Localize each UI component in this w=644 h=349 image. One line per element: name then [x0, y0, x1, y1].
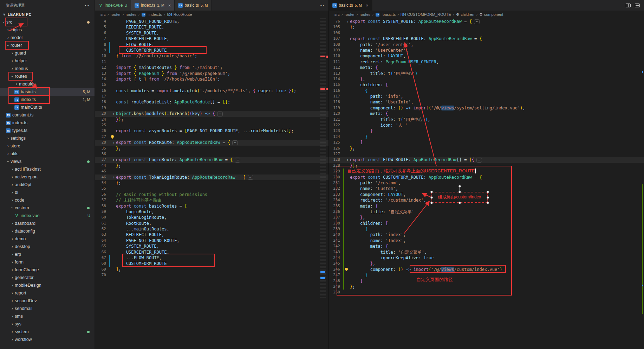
sidebar-item-basic.ts[interactable]: TSbasic.ts5, M — [0, 88, 95, 96]
line-number[interactable]: 69 — [95, 267, 106, 272]
code-line[interactable]: 116 { — [329, 88, 644, 94]
code-line[interactable]: 18const routeModuleList: AppRouteModule[… — [95, 99, 328, 105]
line-number[interactable]: 230 — [329, 174, 340, 180]
code-line[interactable]: 9 CUSTOMFORM_ROUTE — [95, 47, 328, 53]
code-line[interactable]: 115 children: [ — [329, 82, 644, 88]
breadcrumb-item-component[interactable]: ⚙component — [479, 12, 503, 17]
folded-code-ellipsis[interactable]: ⋯ — [232, 140, 238, 145]
line-number[interactable]: 28 — [95, 140, 106, 145]
sidebar-item-router[interactable]: ›router — [0, 42, 95, 49]
line-number[interactable]: 20 — [95, 111, 106, 116]
code-line[interactable]: 26export const asyncRoutes = [PAGE_NOT_F… — [95, 128, 328, 134]
code-line[interactable]: 67 ...FLOW_ROUTE, — [95, 255, 328, 261]
line-number[interactable]: 63 — [95, 232, 106, 237]
line-number[interactable]: 12 — [95, 65, 106, 70]
close-icon[interactable]: × — [366, 3, 369, 8]
breadcrumb-item-children[interactable]: ⚙children — [456, 12, 474, 17]
line-number[interactable]: 243 — [329, 249, 340, 255]
sidebar-item-dataconfig[interactable]: ›dataconfig — [0, 227, 95, 235]
line-number[interactable]: 113 — [329, 71, 340, 76]
sidebar-item-sms[interactable]: ›sms — [0, 312, 95, 320]
code-line[interactable]: 117 path: 'info', — [329, 94, 644, 99]
code-line[interactable]: 248 ] — [329, 278, 644, 284]
line-number[interactable]: 111 — [329, 59, 340, 65]
breadcrumb-item-src[interactable]: src — [334, 12, 340, 17]
code-line[interactable]: 46›export const TokenLoginRoute: AppRout… — [95, 174, 328, 180]
code-line[interactable]: 61 RootRoute, — [95, 221, 328, 226]
sidebar-item-index.ts[interactable]: TSindex.ts — [0, 119, 95, 127]
line-number[interactable]: 27 — [95, 134, 106, 140]
line-number[interactable]: 126 — [329, 146, 340, 151]
line-number[interactable]: 35 — [95, 146, 106, 151]
breadcrumb-item-routes[interactable]: routes — [359, 12, 370, 17]
line-number[interactable]: 235 — [329, 203, 340, 209]
code-line[interactable]: 68 CUSTOMFORM_ROUTE — [95, 261, 328, 266]
line-number[interactable]: 18 — [95, 99, 106, 105]
line-number[interactable]: 120 — [329, 111, 340, 116]
code-line[interactable]: 36 — [95, 151, 328, 157]
code-line[interactable]: 233 component: LAYOUT, — [329, 192, 644, 197]
line-number[interactable]: 56 — [95, 192, 106, 197]
tab-basic.ts[interactable]: TSbasic.ts5, M× — [329, 0, 372, 11]
fold-chevron-icon[interactable]: › — [112, 140, 115, 145]
sidebar-item-types.ts[interactable]: TStypes.ts — [0, 127, 95, 134]
code-line[interactable]: 108 path: '/user-center', — [329, 42, 644, 47]
code-line[interactable]: 228}]; — [329, 163, 644, 169]
code-line[interactable]: 7 USERCENTER_ROUTE, — [95, 36, 328, 42]
line-number[interactable]: 114 — [329, 76, 340, 82]
code-line[interactable]: 12import { mainOutRoutes } from './mainO… — [95, 65, 328, 70]
code-line[interactable]: 128›export const FLOW_ROUTE: AppRouteRec… — [329, 157, 644, 163]
code-line[interactable]: 244 ignoreKeepAlive: true — [329, 255, 644, 261]
sidebar-item-utils[interactable]: ›utils — [0, 150, 95, 158]
code-line[interactable]: 62 ...mainOutRoutes, — [95, 226, 328, 232]
line-number[interactable]: 123 — [329, 128, 340, 134]
sidebar-item-index.vue[interactable]: Vindex.vueU — [0, 212, 95, 220]
line-number[interactable]: 76 — [329, 19, 340, 24]
code-line[interactable]: 231 path: '/custom', — [329, 180, 644, 186]
code-line[interactable]: 126}; — [329, 146, 644, 151]
line-number[interactable]: 229 — [329, 169, 340, 174]
line-number[interactable]: 105 — [329, 24, 340, 30]
breadcrumb-item-index.ts[interactable]: TSindex.ts — [141, 12, 162, 17]
line-number[interactable]: 127 — [329, 151, 340, 157]
code-line[interactable]: 55 — [95, 186, 328, 191]
line-number[interactable]: 234 — [329, 197, 340, 203]
line-number[interactable]: 24 — [95, 117, 106, 122]
code-line[interactable]: 105}; — [329, 24, 644, 30]
code-line[interactable]: 237 }, — [329, 215, 644, 220]
line-number[interactable]: 60 — [95, 215, 106, 220]
line-number[interactable]: 46 — [95, 174, 106, 180]
line-number[interactable]: 121 — [329, 117, 340, 122]
split-editor-icon[interactable] — [626, 4, 631, 7]
line-number[interactable]: 37 — [95, 157, 106, 163]
fold-chevron-icon[interactable]: › — [112, 111, 115, 116]
code-line[interactable]: 241 name: 'Index', — [329, 238, 644, 243]
code-line[interactable]: 63 REDIRECT_ROUTE, — [95, 232, 328, 237]
line-number[interactable]: 61 — [95, 221, 106, 226]
code-line[interactable]: 122 icon: '人 ' — [329, 122, 644, 128]
sidebar-item-formChange[interactable]: ›formChange — [0, 266, 95, 274]
fold-chevron-icon[interactable]: › — [112, 157, 115, 163]
line-number[interactable]: 16 — [95, 88, 106, 94]
line-number[interactable]: 112 — [329, 65, 340, 70]
sidebar-item-index.ts[interactable]: TSindex.ts1, M — [0, 96, 95, 103]
line-number[interactable]: 231 — [329, 180, 340, 186]
code-line[interactable]: 118 name: 'UserInfo', — [329, 99, 644, 105]
line-number[interactable]: 66 — [95, 249, 106, 255]
line-number[interactable]: 232 — [329, 186, 340, 191]
breadcrumb-item-basic.ts[interactable]: TSbasic.ts — [375, 12, 396, 17]
sidebar-item-dashboard[interactable]: ›dashboard — [0, 220, 95, 227]
code-line[interactable]: 5 REDIRECT_ROUTE, — [95, 24, 328, 30]
code-line[interactable]: 234 redirect: '/custom/index', — [329, 197, 644, 203]
sidebar-item-logics[interactable]: ›logics — [0, 26, 95, 34]
code-line[interactable]: 112 meta: { — [329, 65, 644, 70]
breadcrumb-item-routes[interactable]: routes — [125, 12, 136, 17]
breadcrumb-item-src[interactable]: src — [100, 12, 106, 17]
code-line[interactable]: 4 PAGE_NOT_FOUND_ROUTE, — [95, 19, 328, 24]
sidebar-item-views[interactable]: ›views — [0, 158, 95, 165]
code-line[interactable]: 240 path: 'index', — [329, 232, 644, 237]
sidebar-item-settings[interactable]: ›settings — [0, 134, 95, 142]
line-number[interactable]: 107 — [329, 36, 340, 42]
line-number[interactable]: 115 — [329, 82, 340, 88]
code-line[interactable]: 44}; — [95, 163, 328, 169]
